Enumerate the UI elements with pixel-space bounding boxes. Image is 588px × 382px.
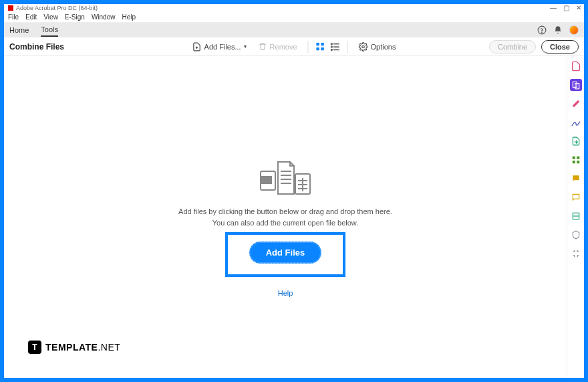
tab-bar: Home Tools	[4, 23, 584, 37]
remove-button: Remove	[255, 40, 301, 53]
highlight-annotation: Add Files	[225, 232, 346, 277]
tab-tools[interactable]: Tools	[41, 23, 58, 37]
watermark: T TEMPLATE.NET	[28, 341, 120, 354]
svg-rect-28	[572, 161, 575, 163]
menu-file[interactable]: File	[8, 13, 19, 21]
svg-rect-14	[262, 177, 271, 183]
window-controls: — ▢ ✕	[550, 4, 581, 11]
watermark-text: TEMPLATE.NET	[45, 342, 120, 353]
create-pdf-icon[interactable]	[570, 60, 582, 72]
page-title: Combine Files	[4, 42, 64, 52]
app-icon	[8, 5, 13, 11]
chevron-down-icon: ▾	[244, 43, 247, 50]
menu-bar: File Edit View E-Sign Window Help	[4, 12, 584, 23]
protect-icon[interactable]	[570, 229, 582, 241]
drop-zone[interactable]: Add files by clicking the button below o…	[178, 157, 392, 297]
add-files-button[interactable]: Add Files	[249, 242, 322, 264]
main-area: Add files by clicking the button below o…	[4, 56, 567, 378]
close-button[interactable]: Close	[541, 40, 579, 54]
dropzone-text-1: Add files by clicking the button below o…	[178, 206, 392, 217]
menu-window[interactable]: Window	[92, 13, 116, 21]
avatar-icon[interactable]	[569, 25, 579, 35]
svg-point-12	[362, 45, 365, 48]
maximize-icon[interactable]: ▢	[563, 4, 569, 11]
tab-home[interactable]: Home	[9, 24, 29, 36]
menu-esign[interactable]: E-Sign	[65, 13, 85, 21]
list-view-icon[interactable]	[330, 41, 341, 52]
combine-icon[interactable]	[570, 79, 582, 91]
svg-point-1	[542, 32, 543, 33]
title-bar: Adobe Acrobat Pro DC (64-bit) — ▢ ✕	[4, 4, 584, 12]
grid-view-icon[interactable]	[315, 41, 326, 52]
dropzone-text-2: You can also add the current open file b…	[212, 217, 359, 229]
export-icon[interactable]	[570, 135, 582, 147]
svg-rect-27	[577, 157, 579, 159]
help-circle-icon[interactable]	[537, 25, 547, 35]
svg-point-9	[331, 43, 332, 44]
scan-icon[interactable]	[570, 210, 582, 222]
compress-icon[interactable]	[570, 248, 582, 260]
svg-point-11	[331, 49, 332, 50]
separator	[308, 41, 309, 53]
minimize-icon[interactable]: —	[550, 4, 557, 11]
menu-help[interactable]: Help	[122, 13, 136, 21]
close-window-icon[interactable]: ✕	[576, 4, 581, 11]
trash-icon	[259, 42, 267, 51]
separator	[347, 41, 348, 53]
combine-button: Combine	[489, 40, 536, 54]
gear-icon	[359, 42, 368, 52]
svg-point-10	[331, 46, 332, 47]
svg-rect-2	[316, 42, 319, 45]
comment-icon[interactable]	[570, 191, 582, 203]
bell-icon[interactable]	[553, 25, 563, 35]
right-tool-rail	[567, 56, 584, 378]
send-comment-icon[interactable]	[570, 173, 582, 185]
svg-rect-29	[577, 161, 579, 163]
svg-rect-3	[321, 42, 323, 45]
svg-rect-26	[572, 157, 575, 159]
help-link[interactable]: Help	[278, 289, 293, 297]
edit-pdf-icon[interactable]	[570, 98, 582, 110]
options-button[interactable]: Options	[355, 40, 400, 54]
watermark-badge: T	[28, 341, 41, 354]
tool-toolbar: Combine Files Add Files... ▾ Remove Opti…	[4, 37, 584, 56]
organize-icon[interactable]	[570, 154, 582, 166]
add-files-toolbar-button[interactable]: Add Files... ▾	[188, 40, 251, 54]
file-plus-icon	[192, 42, 202, 52]
files-illustration-icon	[255, 157, 315, 199]
menu-view[interactable]: View	[43, 13, 58, 21]
svg-rect-5	[321, 47, 323, 50]
sign-icon[interactable]	[570, 116, 582, 128]
svg-rect-4	[316, 47, 319, 50]
window-title: Adobe Acrobat Pro DC (64-bit)	[16, 5, 98, 11]
menu-edit[interactable]: Edit	[25, 13, 37, 21]
